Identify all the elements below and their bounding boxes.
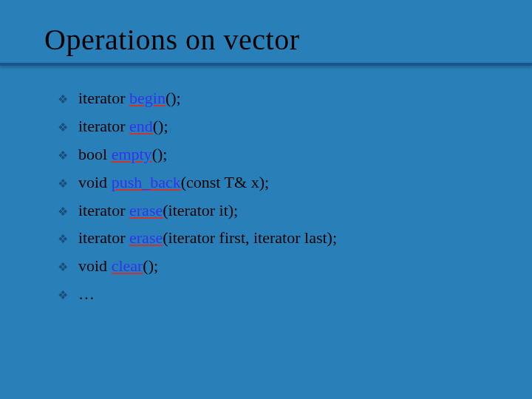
list-item: ❖ iterator end(); xyxy=(58,115,495,138)
diamond-bullet-icon: ❖ xyxy=(58,147,68,164)
item-text: bool empty(); xyxy=(78,143,167,166)
item-text: iterator erase(iterator first, iterator … xyxy=(78,226,337,250)
item-prefix: iterator xyxy=(78,89,129,107)
item-keyword: erase xyxy=(129,201,163,219)
item-suffix: (); xyxy=(153,117,168,135)
item-keyword: erase xyxy=(129,228,163,247)
title-underline xyxy=(0,63,532,66)
bullet-list: ❖ iterator begin(); ❖ iterator end(); ❖ … xyxy=(58,86,495,306)
diamond-bullet-icon: ❖ xyxy=(58,91,68,108)
item-suffix: (iterator first, iterator last); xyxy=(163,228,337,247)
item-prefix: void xyxy=(78,173,112,191)
diamond-bullet-icon: ❖ xyxy=(58,175,68,192)
item-text: void clear(); xyxy=(78,254,158,278)
slide: Operations on vector ❖ iterator begin();… xyxy=(0,0,532,306)
item-keyword: empty xyxy=(112,145,152,163)
item-prefix: iterator xyxy=(78,201,129,219)
list-item: ❖ … xyxy=(58,282,495,306)
list-item: ❖ void clear(); xyxy=(58,254,495,278)
item-prefix: void xyxy=(78,256,112,275)
item-text: iterator begin(); xyxy=(78,86,181,110)
item-text: iterator erase(iterator it); xyxy=(78,199,238,222)
item-prefix: iterator xyxy=(78,228,129,247)
diamond-bullet-icon: ❖ xyxy=(58,231,68,248)
item-suffix: (); xyxy=(152,145,168,163)
item-keyword: clear xyxy=(112,256,143,275)
item-suffix: (const T& x); xyxy=(181,173,269,191)
list-item: ❖ void push_back(const T& x); xyxy=(58,171,495,194)
item-text: void push_back(const T& x); xyxy=(78,171,269,194)
item-suffix: (); xyxy=(143,256,158,275)
item-prefix: iterator xyxy=(78,117,129,135)
list-item: ❖ iterator erase(iterator first, iterato… xyxy=(58,226,495,250)
slide-title: Operations on vector xyxy=(44,22,495,57)
diamond-bullet-icon: ❖ xyxy=(58,259,68,276)
list-item: ❖ iterator erase(iterator it); xyxy=(58,199,495,222)
list-item: ❖ iterator begin(); xyxy=(58,86,495,110)
item-text: iterator end(); xyxy=(78,115,168,138)
item-keyword: begin xyxy=(129,89,166,107)
diamond-bullet-icon: ❖ xyxy=(58,119,68,136)
item-text: … xyxy=(78,282,95,306)
item-suffix: (); xyxy=(166,89,181,107)
list-item: ❖ bool empty(); xyxy=(58,143,495,166)
item-prefix: … xyxy=(78,284,95,303)
item-keyword: end xyxy=(129,117,153,135)
item-keyword: push_back xyxy=(112,173,181,191)
item-suffix: (iterator it); xyxy=(163,201,238,219)
diamond-bullet-icon: ❖ xyxy=(58,287,68,304)
item-prefix: bool xyxy=(78,145,112,163)
diamond-bullet-icon: ❖ xyxy=(58,203,68,220)
